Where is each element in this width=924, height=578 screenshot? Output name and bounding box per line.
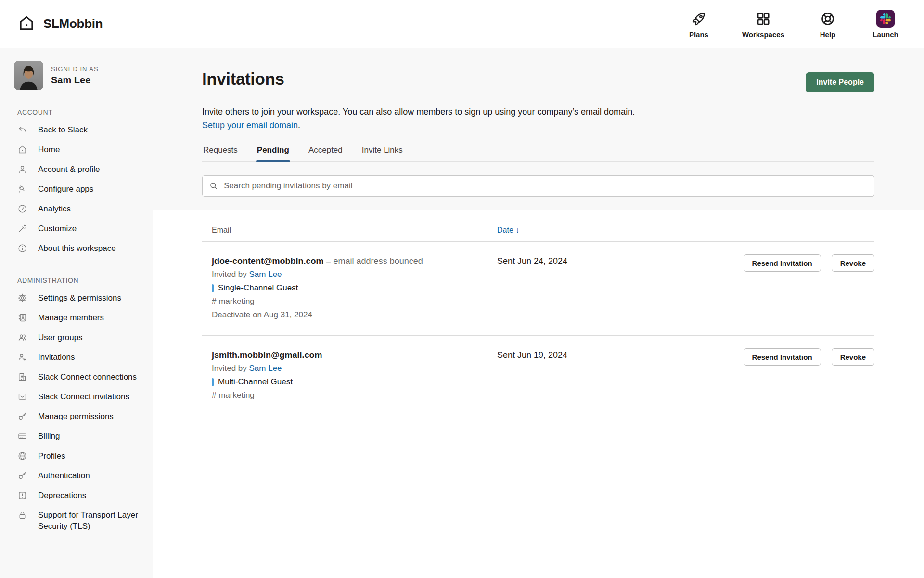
tab-invite-links[interactable]: Invite Links: [361, 145, 404, 161]
nav-label: Launch: [873, 30, 898, 39]
sidebar-item-manage-permissions[interactable]: Manage permissions: [0, 407, 153, 426]
sidebar-item-label: Back to Slack: [38, 124, 88, 135]
sidebar-item-home[interactable]: Home: [0, 140, 153, 159]
sent-date: Sent Jun 24, 2024: [497, 254, 744, 268]
key-icon: [17, 471, 27, 481]
date-column-header[interactable]: Date ↓: [497, 226, 874, 235]
guest-badge-icon: [212, 378, 214, 386]
tab-accepted[interactable]: Accepted: [308, 145, 344, 161]
sidebar-item-label: Configure apps: [38, 184, 93, 195]
page-description: Invite others to join your workspace. Yo…: [202, 105, 874, 132]
lifebuoy-icon: [820, 10, 835, 28]
sidebar-item-invitations[interactable]: Invitations: [0, 347, 153, 367]
sidebar-item-label: Invitations: [38, 352, 75, 363]
deactivate-line: Deactivate on Aug 31, 2024: [212, 308, 497, 322]
nav-help[interactable]: Help: [813, 10, 842, 39]
sidebar-section-administration: ADMINISTRATION: [17, 276, 153, 284]
invited-by-line: Invited by Sam Lee: [212, 268, 497, 281]
sidebar-item-authentication[interactable]: Authentication: [0, 466, 153, 486]
credit-card-icon: [17, 431, 27, 441]
info-icon: [17, 243, 27, 253]
nav-launch[interactable]: Launch: [871, 10, 900, 39]
tab-pending[interactable]: Pending: [256, 145, 290, 161]
sidebar-item-tls-support[interactable]: Support for Transport Layer Security (TL…: [0, 505, 153, 536]
sidebar-item-deprecations[interactable]: Deprecations: [0, 486, 153, 505]
top-nav: Plans Workspaces Help Launch: [684, 10, 907, 39]
user-name: Sam Lee: [51, 75, 99, 86]
sidebar-item-billing[interactable]: Billing: [0, 426, 153, 446]
sidebar-item-settings-permissions[interactable]: Settings & permissions: [0, 288, 153, 308]
contact-card-icon: [17, 313, 27, 323]
resend-invitation-button[interactable]: Resend Invitation: [744, 254, 821, 272]
sidebar-item-label: Customize: [38, 223, 77, 234]
sidebar-item-analytics[interactable]: Analytics: [0, 199, 153, 219]
revoke-button[interactable]: Revoke: [832, 348, 874, 366]
sidebar-item-account-profile[interactable]: Account & profile: [0, 159, 153, 179]
sidebar-item-manage-members[interactable]: Manage members: [0, 308, 153, 328]
sidebar-item-customize[interactable]: Customize: [0, 219, 153, 238]
guest-type-line: Multi-Channel Guest: [212, 375, 497, 389]
home-icon: [17, 144, 27, 155]
email-cell: jsmith.mobbin@gmail.com Invited by Sam L…: [212, 348, 497, 402]
sidebar-item-label: About this workspace: [38, 243, 116, 254]
top-header: SLMobbin Plans Workspaces Help: [0, 0, 924, 48]
sidebar-item-back-to-slack[interactable]: Back to Slack: [0, 120, 153, 140]
sidebar-item-label: Manage permissions: [38, 411, 114, 422]
sidebar-item-slack-connect-connections[interactable]: Slack Connect connections: [0, 367, 153, 387]
table-row: jsmith.mobbin@gmail.com Invited by Sam L…: [202, 336, 874, 416]
sidebar-item-configure-apps[interactable]: Configure apps: [0, 179, 153, 199]
sidebar-item-label: Analytics: [38, 203, 71, 214]
sidebar-item-label: Billing: [38, 431, 60, 442]
invite-people-button[interactable]: Invite People: [806, 72, 874, 92]
sidebar-item-label: Slack Connect invitations: [38, 391, 129, 402]
sidebar-item-about-workspace[interactable]: About this workspace: [0, 238, 153, 258]
sidebar-item-user-groups[interactable]: User groups: [0, 328, 153, 347]
nav-label: Plans: [689, 30, 708, 39]
sidebar-item-label: Deprecations: [38, 490, 86, 501]
main-content: Invitations Invite People Invite others …: [153, 48, 924, 578]
sent-date: Sent Jun 19, 2024: [497, 348, 744, 362]
main-top: Invitations Invite People Invite others …: [153, 48, 924, 210]
email-cell: jdoe-content@mobbin.com – email address …: [212, 254, 497, 322]
globe-icon: [17, 451, 27, 461]
invited-by-label: Invited by: [212, 270, 247, 279]
row-actions: Resend Invitation Revoke: [744, 254, 874, 272]
sidebar-item-label: Manage members: [38, 312, 104, 323]
sidebar-item-label: Support for Transport Layer Security (TL…: [38, 510, 145, 532]
people-icon: [17, 332, 27, 342]
app-logo[interactable]: SLMobbin: [17, 14, 103, 34]
search-input[interactable]: [202, 175, 874, 197]
row-actions: Resend Invitation Revoke: [744, 348, 874, 366]
tab-requests[interactable]: Requests: [202, 145, 239, 161]
table-row: jdoe-content@mobbin.com – email address …: [202, 242, 874, 336]
app-logo-text: SLMobbin: [43, 16, 103, 31]
invitee-email: jdoe-content@mobbin.com: [212, 256, 324, 266]
inviter-link[interactable]: Sam Lee: [249, 270, 282, 279]
key-icon: [17, 411, 27, 421]
search-icon: [209, 181, 218, 193]
inviter-link[interactable]: Sam Lee: [249, 364, 282, 373]
user-card: SIGNED IN AS Sam Lee: [14, 61, 153, 90]
sidebar-item-slack-connect-invitations[interactable]: Slack Connect invitations: [0, 387, 153, 407]
sort-descending-icon: ↓: [515, 226, 519, 234]
setup-email-domain-link[interactable]: Setup your email domain: [202, 120, 298, 130]
invitee-email: jsmith.mobbin@gmail.com: [212, 350, 322, 360]
revoke-button[interactable]: Revoke: [832, 254, 874, 272]
nav-plans[interactable]: Plans: [684, 10, 713, 39]
gauge-icon: [17, 204, 27, 214]
sidebar-item-label: Slack Connect connections: [38, 371, 137, 382]
wand-icon: [17, 223, 27, 234]
lock-icon: [17, 510, 27, 520]
date-column-label: Date: [497, 226, 513, 234]
guest-type-label: Multi-Channel Guest: [218, 375, 293, 389]
nav-label: Workspaces: [742, 30, 784, 39]
building-icon: [17, 372, 27, 382]
nav-workspaces[interactable]: Workspaces: [742, 10, 784, 39]
resend-invitation-button[interactable]: Resend Invitation: [744, 348, 821, 366]
sidebar-item-label: Authentication: [38, 470, 90, 481]
plug-icon: [17, 184, 27, 194]
gear-icon: [17, 293, 27, 303]
sidebar: SIGNED IN AS Sam Lee ACCOUNT Back to Sla…: [0, 48, 153, 578]
sidebar-item-profiles[interactable]: Profiles: [0, 446, 153, 466]
sidebar-item-label: Profiles: [38, 450, 65, 461]
